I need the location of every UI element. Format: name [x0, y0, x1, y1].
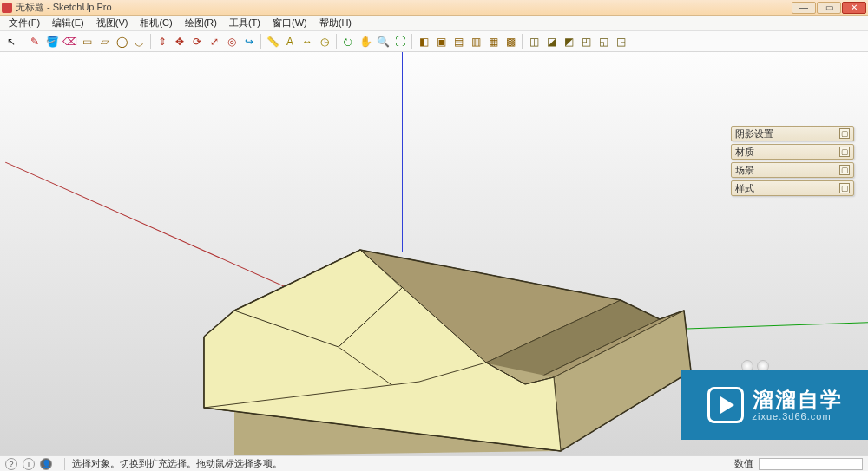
minimize-button[interactable]: — [792, 2, 816, 14]
divider [64, 458, 65, 470]
paint-button[interactable]: 🪣 [44, 34, 60, 49]
watermark-title: 溜溜自学 [753, 389, 843, 411]
select-button[interactable]: ↖ [3, 34, 19, 49]
panel-2[interactable]: 场景▢ [731, 162, 854, 178]
panel-collapse-icon[interactable]: ▢ [839, 147, 850, 157]
maximize-button[interactable]: ▭ [817, 2, 841, 14]
orbit-button[interactable]: ⭮ [340, 34, 356, 49]
style1-button[interactable]: ◫ [526, 34, 542, 49]
menu-bar: 文件(F)编辑(E)视图(V)相机(C)绘图(R)工具(T)窗口(W)帮助(H) [0, 16, 868, 31]
toolbar: ↖✎🪣⌫▭▱◯◡⇕✥⟳⤢◎↪📏A↔◷⭮✋🔍⛶◧▣▤▥▦▩◫◪◩◰◱◲ [0, 31, 868, 52]
value-input[interactable] [759, 458, 863, 470]
toolbar-separator [150, 34, 151, 49]
play-icon [707, 387, 744, 423]
scale-button[interactable]: ⤢ [207, 34, 222, 49]
toolbar-separator [260, 34, 261, 49]
arc-button[interactable]: ◡ [131, 34, 147, 49]
panel-3[interactable]: 样式▢ [731, 180, 854, 196]
back-button[interactable]: ▤ [450, 34, 466, 49]
dim-button[interactable]: ↔ [299, 34, 315, 49]
watermark-url: zixue.3d66.com [753, 411, 843, 422]
status-hint: 选择对象。切换到扩充选择。拖动鼠标选择多项。 [72, 457, 282, 470]
menu-item-0[interactable]: 文件(F) [3, 16, 45, 30]
menu-item-1[interactable]: 编辑(E) [47, 16, 89, 30]
close-button[interactable]: ✕ [842, 2, 866, 14]
style2-button[interactable]: ◪ [543, 34, 559, 49]
user-icon[interactable]: 👤 [40, 458, 52, 470]
window-title: 无标题 - SketchUp Pro [16, 1, 112, 14]
style6-button[interactable]: ◲ [613, 34, 628, 49]
help-icon[interactable]: ? [5, 458, 17, 470]
menu-item-6[interactable]: 窗口(W) [267, 16, 312, 30]
menu-item-4[interactable]: 绘图(R) [180, 16, 222, 30]
toolbar-separator [522, 34, 523, 49]
viewport[interactable]: 阴影设置▢材质▢场景▢样式▢ 溜溜自学 zixue.3d66.com [0, 52, 868, 455]
title-bar: 无标题 - SketchUp Pro — ▭ ✕ [0, 0, 868, 16]
pan-button[interactable]: ✋ [358, 34, 373, 49]
followme-button[interactable]: ↪ [241, 34, 257, 49]
panel-title: 材质 [735, 146, 754, 159]
tape-button[interactable]: 📏 [265, 34, 280, 49]
style5-button[interactable]: ◱ [595, 34, 611, 49]
panel-title: 场景 [735, 164, 754, 177]
toolbar-separator [336, 34, 337, 49]
status-bar: ? i 👤 选择对象。切换到扩充选择。拖动鼠标选择多项。 数值 [0, 455, 868, 471]
rect2-button[interactable]: ▱ [96, 34, 112, 49]
panel-collapse-icon[interactable]: ▢ [839, 128, 850, 139]
zoom-extents-button[interactable]: ⛶ [392, 34, 408, 49]
menu-item-7[interactable]: 帮助(H) [314, 16, 357, 30]
panel-title: 阴影设置 [735, 128, 773, 141]
rect-button[interactable]: ▭ [79, 34, 95, 49]
right-button[interactable]: ▦ [485, 34, 501, 49]
left-button[interactable]: ▥ [468, 34, 483, 49]
panel-stack: 阴影设置▢材质▢场景▢样式▢ [731, 126, 854, 196]
menu-item-3[interactable]: 相机(C) [135, 16, 177, 30]
eraser-button[interactable]: ⌫ [62, 34, 77, 49]
move-button[interactable]: ✥ [172, 34, 187, 49]
model-3d[interactable] [174, 234, 694, 455]
panel-1[interactable]: 材质▢ [731, 144, 854, 160]
protractor-button[interactable]: ◷ [317, 34, 332, 49]
style3-button[interactable]: ◩ [561, 34, 576, 49]
watermark: 溜溜自学 zixue.3d66.com [681, 370, 868, 440]
circle-button[interactable]: ◯ [114, 34, 129, 49]
style4-button[interactable]: ◰ [578, 34, 594, 49]
axis-z [402, 52, 403, 252]
toolbar-separator [23, 34, 23, 49]
zoom-button[interactable]: 🔍 [375, 34, 391, 49]
view-control-icon [741, 360, 773, 370]
top-button[interactable]: ▩ [503, 34, 518, 49]
menu-item-5[interactable]: 工具(T) [224, 16, 266, 30]
info-icon[interactable]: i [23, 458, 35, 470]
menu-item-2[interactable]: 视图(V) [91, 16, 134, 30]
app-icon [2, 3, 12, 13]
panel-title: 样式 [735, 182, 754, 195]
offset-button[interactable]: ◎ [224, 34, 240, 49]
value-label: 数值 [734, 457, 753, 470]
panel-collapse-icon[interactable]: ▢ [839, 165, 850, 175]
iso-button[interactable]: ◧ [416, 34, 431, 49]
panel-0[interactable]: 阴影设置▢ [731, 126, 854, 141]
pencil-button[interactable]: ✎ [27, 34, 43, 49]
toolbar-separator [411, 34, 412, 49]
front-button[interactable]: ▣ [433, 34, 449, 49]
rotate-button[interactable]: ⟳ [189, 34, 205, 49]
text-button[interactable]: A [282, 34, 298, 49]
pushpull-button[interactable]: ⇕ [155, 34, 170, 49]
panel-collapse-icon[interactable]: ▢ [839, 183, 850, 193]
